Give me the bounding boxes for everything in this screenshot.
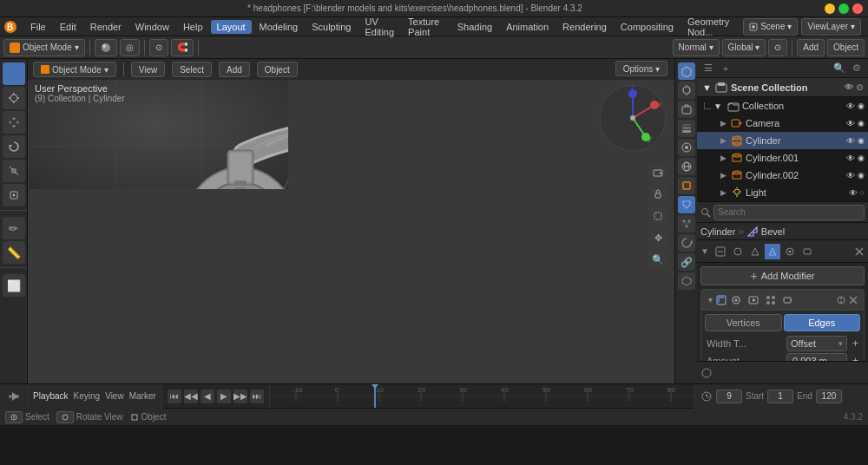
viewport-overlay[interactable]: ◎	[120, 39, 140, 56]
minimize-btn[interactable]	[825, 3, 835, 14]
workspace-texture[interactable]: Texture Paint	[402, 15, 450, 39]
menu-window[interactable]: Window	[129, 20, 175, 34]
close-btn[interactable]	[852, 3, 863, 14]
scene-selector[interactable]: Scene ▾	[743, 18, 798, 36]
add-menu[interactable]: Add	[797, 39, 825, 56]
workspace-animation[interactable]: Animation	[500, 20, 555, 34]
object-menu[interactable]: Object	[827, 39, 865, 56]
next-frame[interactable]: ▶▶	[233, 390, 247, 403]
tl-marker[interactable]: Marker	[129, 391, 156, 401]
tl-view[interactable]: View	[105, 391, 124, 401]
sc-eye-camera[interactable]: 👁	[846, 119, 855, 128]
lock-to-object-icon[interactable]	[648, 185, 667, 204]
props-scene-props-icon[interactable]	[678, 139, 695, 156]
sc-restrict-camera[interactable]: ◉	[858, 119, 865, 128]
object-menu-vp[interactable]: Object	[257, 62, 298, 77]
workspace-layout[interactable]: Layout	[211, 20, 252, 34]
workspace-shading[interactable]: Shading	[451, 20, 498, 34]
maximize-btn[interactable]	[838, 3, 849, 14]
menu-file[interactable]: File	[24, 20, 52, 34]
workspace-modeling[interactable]: Modeling	[253, 20, 305, 34]
bevel-editmode-icon[interactable]	[763, 292, 779, 308]
workspace-sculpting[interactable]: Sculpting	[306, 20, 357, 34]
pan-icon[interactable]: ✥	[648, 228, 667, 247]
tl-playback[interactable]: Playback	[33, 391, 69, 401]
camera-view-icon[interactable]	[648, 163, 667, 182]
tool-add-cube[interactable]: ⬜	[3, 274, 25, 297]
outliner-search-icon[interactable]: 🔍	[832, 61, 847, 76]
start-frame[interactable]: 1	[767, 390, 793, 403]
view-menu[interactable]: View	[131, 62, 166, 77]
workspace-rendering[interactable]: Rendering	[556, 20, 613, 34]
bevel-realtime-icon[interactable]	[728, 292, 744, 308]
bevel-collapse-arrow[interactable]: ▼	[707, 296, 714, 305]
sc-cylinder[interactable]: ▶ Cylinder 👁 ◉	[697, 132, 868, 149]
sc-collection[interactable]: ▼ Collection 👁 ◉	[697, 97, 868, 115]
sc-eye-cyl001[interactable]: 👁	[846, 154, 855, 163]
menu-help[interactable]: Help	[177, 20, 209, 34]
props-object-icon[interactable]	[678, 177, 695, 194]
props-constraints-icon[interactable]: 🔗	[678, 253, 695, 271]
tool-annotate[interactable]: ✏	[3, 217, 25, 239]
add-modifier-button[interactable]: + Add Modifier	[700, 266, 865, 285]
props-world-icon[interactable]	[678, 158, 695, 175]
mod-icon-2[interactable]	[730, 244, 746, 259]
object-mode-btn[interactable]: Object Mode ▾	[33, 62, 116, 77]
menu-render[interactable]: Render	[84, 20, 128, 34]
proportional-editing[interactable]: ⊙	[149, 39, 168, 56]
tool-measure[interactable]: 📏	[3, 241, 25, 264]
workspace-compositing[interactable]: Compositing	[615, 20, 680, 34]
amount-plus[interactable]: +	[852, 355, 858, 361]
sc-camera[interactable]: ▶ Camera 👁 ◉	[697, 115, 868, 132]
render-border-icon[interactable]	[648, 206, 667, 226]
sc-eye-cyl002[interactable]: 👁	[846, 171, 855, 180]
mod-icon-1[interactable]	[713, 244, 728, 259]
menu-edit[interactable]: Edit	[54, 20, 82, 34]
sc-restrict-cyl001[interactable]: ◉	[858, 154, 865, 162]
sc-light[interactable]: ▶ Light 👁 ○	[697, 184, 868, 201]
options-button[interactable]: Options ▾	[615, 61, 667, 76]
current-frame[interactable]: 9	[716, 390, 742, 403]
viewport[interactable]: Object Mode ▾ View Select Add Object Opt…	[28, 59, 674, 383]
mod-icon-3[interactable]	[747, 244, 763, 259]
tool-select[interactable]	[3, 62, 25, 85]
sc-restrict-cyl002[interactable]: ◉	[858, 171, 865, 180]
zoom-icon[interactable]: 🔍	[648, 250, 667, 269]
props-physics-icon[interactable]	[678, 234, 695, 252]
transform-pivot[interactable]: ⊙	[768, 39, 787, 56]
bevel-render-icon[interactable]	[746, 292, 761, 308]
amount-value[interactable]: 0.003 m	[786, 353, 847, 361]
mod-icon-4[interactable]	[765, 244, 780, 259]
prev-frame[interactable]: ◀	[201, 390, 214, 403]
tool-scale[interactable]	[3, 160, 25, 182]
bevel-delete-icon[interactable]	[848, 295, 858, 305]
vertices-tab[interactable]: Vertices	[705, 314, 782, 331]
jump-to-start[interactable]: ⏮	[168, 390, 181, 403]
sc-eye-light[interactable]: 👁	[849, 188, 858, 198]
viewport-shading-solid[interactable]	[95, 39, 117, 56]
props-view-layer-icon[interactable]	[678, 120, 695, 137]
props-particles-icon[interactable]	[678, 215, 695, 232]
timeline-ruler[interactable]: -10 0 10 20 30 40 50 60 70 80 90 100	[270, 384, 694, 408]
add-menu-vp[interactable]: Add	[219, 62, 250, 77]
width-type-plus[interactable]: +	[852, 337, 858, 350]
props-render-icon[interactable]	[678, 82, 695, 99]
props-modifier-icon[interactable]	[678, 196, 695, 213]
tool-rotate[interactable]	[3, 135, 25, 158]
props-scene-icon[interactable]	[678, 62, 695, 80]
sc-restrict-1[interactable]: ◉	[858, 102, 865, 110]
mod-icon-6[interactable]	[799, 244, 815, 259]
select-menu[interactable]: Select	[172, 62, 212, 77]
bottom-scene-icon[interactable]	[700, 367, 713, 379]
width-type-dropdown[interactable]: Offset ▾	[786, 336, 847, 351]
tl-keying[interactable]: Keying	[74, 391, 101, 401]
tool-transform[interactable]	[3, 184, 25, 206]
bevel-settings-icon[interactable]	[836, 295, 846, 305]
props-object-data-icon[interactable]	[678, 272, 695, 290]
mod-icon-5[interactable]	[782, 244, 798, 259]
outliner-settings-icon[interactable]: ⚙	[849, 61, 865, 76]
edges-tab[interactable]: Edges	[784, 314, 861, 331]
mod-close-icon[interactable]	[854, 246, 865, 257]
tool-cursor[interactable]	[3, 87, 25, 109]
sc-cylinder-001[interactable]: ▶ Cylinder.001 👁 ◉	[697, 149, 868, 167]
